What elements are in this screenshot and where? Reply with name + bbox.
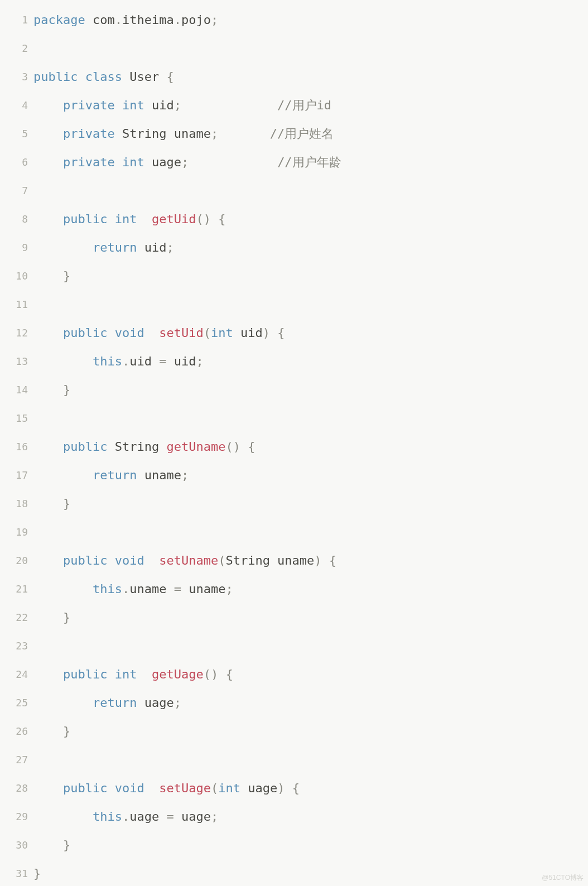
code-line: private int uage; //用户年龄 (33, 148, 588, 176)
code-line: this.uname = uname; (33, 575, 588, 603)
code-line (33, 745, 588, 774)
line-number: 3 (0, 62, 28, 91)
line-number: 13 (0, 347, 28, 375)
line-number: 2 (0, 34, 28, 62)
line-number: 26 (0, 717, 28, 745)
code-line (33, 518, 588, 546)
code-line: public void setUname(String uname) { (33, 546, 588, 575)
line-number: 21 (0, 575, 28, 603)
code-line: this.uid = uid; (33, 347, 588, 375)
line-number: 4 (0, 91, 28, 119)
code-line: public int getUage() { (33, 660, 588, 688)
code-line: this.uage = uage; (33, 802, 588, 831)
line-number: 23 (0, 632, 28, 660)
line-number: 6 (0, 148, 28, 176)
code-line: package com.itheima.pojo; (33, 6, 588, 34)
line-number-gutter: 1 2 3 4 5 6 7 8 9 10 11 12 13 14 15 16 1… (0, 6, 33, 886)
code-line: } (33, 375, 588, 404)
line-number: 30 (0, 831, 28, 859)
code-line (33, 632, 588, 660)
line-number: 5 (0, 119, 28, 148)
code-line: } (33, 859, 588, 886)
line-number: 31 (0, 859, 28, 886)
code-line: public int getUid() { (33, 205, 588, 233)
line-number: 9 (0, 233, 28, 262)
line-number: 19 (0, 518, 28, 546)
code-line: } (33, 262, 588, 290)
code-content[interactable]: package com.itheima.pojo; public class U… (33, 6, 588, 886)
code-line: return uname; (33, 461, 588, 489)
line-number: 17 (0, 461, 28, 489)
line-number: 18 (0, 489, 28, 518)
watermark-text: @51CTO博客 (542, 873, 584, 883)
line-number: 14 (0, 375, 28, 404)
code-line: } (33, 831, 588, 859)
code-line: } (33, 489, 588, 518)
line-number: 15 (0, 404, 28, 432)
line-number: 10 (0, 262, 28, 290)
line-number: 1 (0, 6, 28, 34)
code-line (33, 290, 588, 319)
code-line: return uage; (33, 688, 588, 717)
line-number: 16 (0, 432, 28, 461)
line-number: 25 (0, 688, 28, 717)
code-line: } (33, 603, 588, 632)
line-number: 8 (0, 205, 28, 233)
code-line (33, 176, 588, 205)
code-line: return uid; (33, 233, 588, 262)
code-line: public class User { (33, 62, 588, 91)
code-line (33, 34, 588, 62)
line-number: 20 (0, 546, 28, 575)
line-number: 29 (0, 802, 28, 831)
code-line (33, 404, 588, 432)
line-number: 12 (0, 319, 28, 347)
line-number: 11 (0, 290, 28, 319)
code-line: public String getUname() { (33, 432, 588, 461)
code-editor: 1 2 3 4 5 6 7 8 9 10 11 12 13 14 15 16 1… (0, 0, 588, 886)
line-number: 24 (0, 660, 28, 688)
code-line: private int uid; //用户id (33, 91, 588, 119)
line-number: 27 (0, 745, 28, 774)
code-line: public void setUid(int uid) { (33, 319, 588, 347)
line-number: 7 (0, 176, 28, 205)
code-line: private String uname; //用户姓名 (33, 119, 588, 148)
line-number: 22 (0, 603, 28, 632)
line-number: 28 (0, 774, 28, 802)
code-line: } (33, 717, 588, 745)
code-line: public void setUage(int uage) { (33, 774, 588, 802)
